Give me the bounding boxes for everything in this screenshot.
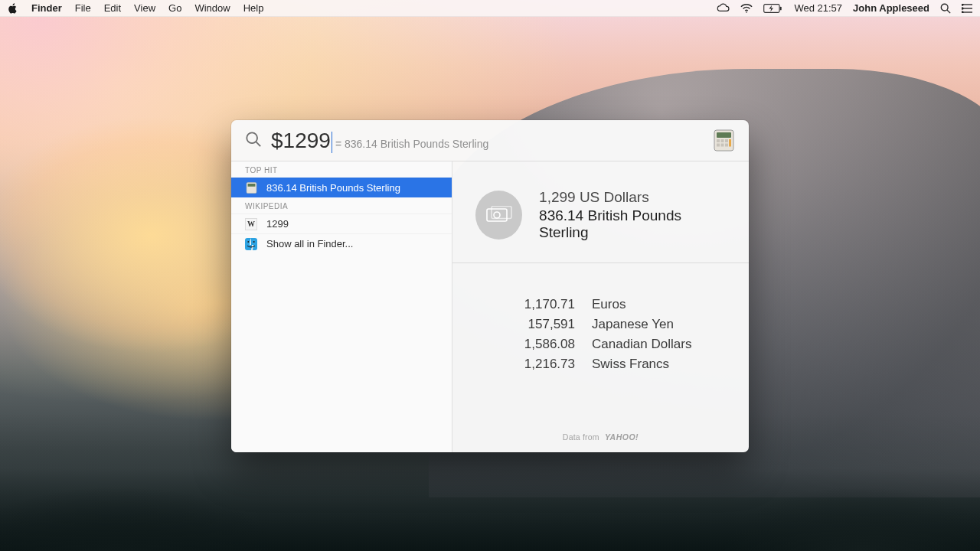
attribution-prefix: Data from: [563, 432, 599, 442]
svg-rect-16: [721, 139, 724, 142]
sidebar-item-wikipedia[interactable]: W 1299: [231, 214, 452, 233]
divider: [452, 262, 749, 263]
spotlight-search-row: $1299 = 836.14 British Pounds Sterling: [231, 120, 749, 161]
sidebar-item-label: Show all in Finder...: [266, 238, 353, 249]
menubar-item-view[interactable]: View: [134, 2, 155, 14]
preview-amount-output: 836.14 British Pounds Sterling: [539, 207, 726, 241]
sidebar-item-label: 836.14 British Pounds Sterling: [266, 182, 400, 194]
svg-rect-18: [717, 144, 720, 147]
calculator-icon: [713, 129, 735, 152]
sidebar-item-top-hit[interactable]: 836.14 British Pounds Sterling: [231, 178, 452, 197]
search-icon: [245, 131, 262, 151]
svg-point-11: [247, 132, 257, 143]
svg-point-0: [746, 11, 748, 13]
conversion-currency: Euros: [592, 297, 726, 312]
svg-point-28: [494, 212, 500, 218]
preview-amount-input: 1,299 US Dollars: [539, 189, 726, 206]
menubar: Finder File Edit View Go Window Help Wed…: [0, 0, 980, 17]
svg-point-3: [941, 4, 948, 11]
spotlight-window: $1299 = 836.14 British Pounds Sterling T…: [231, 120, 749, 452]
svg-rect-23: [247, 184, 255, 187]
currency-icon: [475, 191, 522, 240]
search-query-text: $1299: [271, 129, 331, 153]
svg-rect-15: [717, 139, 720, 142]
svg-rect-20: [725, 144, 728, 147]
menubar-clock[interactable]: Wed 21:57: [794, 2, 842, 14]
svg-rect-19: [721, 144, 724, 147]
svg-rect-27: [487, 209, 507, 221]
wifi-icon[interactable]: [740, 4, 753, 13]
menubar-item-go[interactable]: Go: [168, 2, 181, 14]
conversion-currency: Japanese Yen: [592, 317, 726, 332]
conversion-amount: 1,586.08: [475, 337, 575, 352]
conversion-table: 1,170.71 Euros 157,591 Japanese Yen 1,58…: [475, 297, 726, 372]
section-label-top-hit: TOP HIT: [231, 161, 452, 178]
svg-rect-21: [729, 139, 731, 147]
sidebar-item-label: 1299: [266, 218, 289, 230]
conversion-amount: 157,591: [475, 317, 575, 332]
battery-charging-icon[interactable]: [763, 4, 783, 13]
svg-line-4: [947, 9, 950, 12]
calculator-small-icon: [245, 182, 257, 194]
svg-point-9: [962, 8, 963, 9]
menubar-item-window[interactable]: Window: [194, 2, 230, 14]
svg-point-25: [247, 241, 249, 243]
svg-rect-2: [780, 6, 782, 10]
spotlight-sidebar: TOP HIT 836.14 British Pounds Sterling W…: [231, 161, 452, 452]
section-label-wikipedia: WIKIPEDIA: [231, 197, 452, 214]
conversion-currency: Swiss Francs: [592, 357, 726, 372]
svg-point-8: [962, 4, 963, 5]
yahoo-logo-text: YAHOO!: [605, 432, 639, 442]
search-inline-result: = 836.14 British Pounds Sterling: [335, 138, 488, 150]
menubar-item-file[interactable]: File: [75, 2, 91, 14]
data-attribution: Data from YAHOO!: [475, 417, 726, 442]
menubar-item-edit[interactable]: Edit: [104, 2, 121, 14]
menubar-user[interactable]: John Appleseed: [853, 2, 929, 14]
conversion-amount: 1,170.71: [475, 297, 575, 312]
finder-icon: [245, 238, 257, 250]
svg-point-26: [253, 241, 255, 243]
menubar-app-name[interactable]: Finder: [31, 2, 62, 14]
cloud-status-icon[interactable]: [717, 3, 730, 14]
svg-rect-17: [725, 139, 728, 142]
wikipedia-icon: W: [245, 218, 257, 230]
spotlight-preview-pane: 1,299 US Dollars 836.14 British Pounds S…: [452, 161, 749, 452]
menubar-item-help[interactable]: Help: [243, 2, 264, 14]
svg-line-12: [256, 142, 260, 146]
spotlight-menu-icon[interactable]: [940, 3, 951, 14]
conversion-amount: 1,216.73: [475, 357, 575, 372]
notification-center-icon[interactable]: [962, 4, 972, 13]
svg-rect-14: [717, 132, 731, 138]
svg-point-10: [962, 11, 963, 13]
conversion-currency: Canadian Dollars: [592, 337, 726, 352]
apple-menu-icon[interactable]: [8, 3, 18, 14]
sidebar-item-show-all-in-finder[interactable]: Show all in Finder...: [231, 233, 452, 253]
spotlight-search-input[interactable]: $1299 = 836.14 British Pounds Sterling: [271, 129, 704, 153]
